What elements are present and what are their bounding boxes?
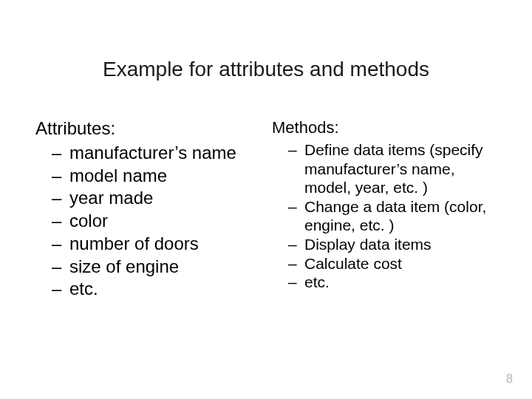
page-number: 8 — [506, 372, 513, 386]
list-item: etc. — [56, 278, 260, 301]
attributes-list: manufacturer’s name model name year made… — [35, 142, 260, 301]
slide: Example for attributes and methods Attri… — [0, 0, 532, 399]
list-item: Define data items (specify manufacturer’… — [293, 140, 497, 197]
list-item: Calculate cost — [293, 254, 497, 273]
list-item: model name — [56, 165, 260, 188]
content-columns: Attributes: manufacturer’s name model na… — [35, 118, 497, 301]
list-item: etc. — [293, 273, 497, 292]
attributes-heading: Attributes: — [35, 118, 260, 139]
methods-heading: Methods: — [272, 118, 497, 137]
slide-title: Example for attributes and methods — [0, 58, 532, 81]
list-item: size of engine — [56, 256, 260, 279]
list-item: Change a data item (color, engine, etc. … — [293, 197, 497, 235]
attributes-column: Attributes: manufacturer’s name model na… — [35, 118, 260, 301]
methods-list: Define data items (specify manufacturer’… — [272, 140, 497, 292]
list-item: year made — [56, 187, 260, 210]
list-item: number of doors — [56, 233, 260, 256]
methods-column: Methods: Define data items (specify manu… — [272, 118, 497, 301]
list-item: manufacturer’s name — [56, 142, 260, 165]
list-item: Display data items — [293, 235, 497, 254]
list-item: color — [56, 210, 260, 233]
